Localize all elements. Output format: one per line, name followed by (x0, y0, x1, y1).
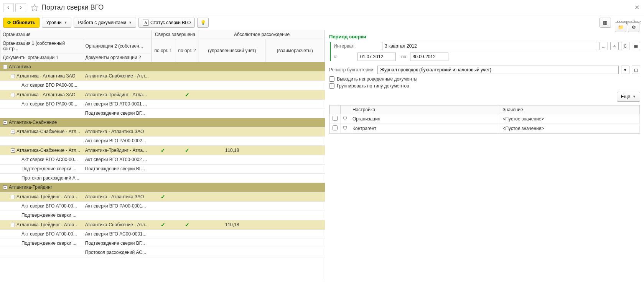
gear-folder-icon: 📁 (618, 25, 624, 30)
lightbulb-icon: 💡 (200, 20, 206, 25)
to-label: по: (401, 54, 408, 59)
row-checkbox[interactable] (333, 125, 338, 130)
period-section-title: Период сверки (329, 34, 640, 40)
status-button[interactable]: A Статус сверки ВГО (138, 18, 195, 28)
documents-label: Работа с документами (78, 20, 126, 25)
date-to-input[interactable] (410, 53, 448, 61)
settings-config-button[interactable]: ⚙ (628, 22, 639, 32)
interval-clear-button[interactable]: C (621, 42, 629, 50)
header-vzr[interactable]: (взаиморасчеты) (265, 39, 324, 62)
table-row[interactable]: Подтверждение сверки ... (0, 211, 325, 220)
expander-icon[interactable]: − (11, 130, 15, 134)
panel-icon: ▥ (603, 20, 607, 25)
more-button[interactable]: Еще ▼ (617, 92, 640, 102)
table-row[interactable]: Подтверждение сверки ...Подтверждение св… (0, 239, 325, 248)
nav-back-button[interactable] (3, 3, 14, 12)
unposted-checkbox[interactable] (329, 76, 334, 82)
register-dropdown-button[interactable]: ▾ (621, 66, 629, 74)
table-row[interactable]: Протокол расхождений АС... (0, 248, 325, 257)
hint-button[interactable]: 💡 (197, 18, 209, 28)
settings-row[interactable]: ⛉Организация<Пустое значение> (330, 114, 640, 124)
expander-icon[interactable]: − (11, 223, 15, 227)
register-open-button[interactable]: ▢ (632, 66, 640, 74)
chevron-down-icon: ▼ (632, 95, 636, 99)
table-row[interactable]: −Атлантика-Трейдинг - Атлант...Атлантика… (0, 220, 325, 229)
table-row[interactable]: −Атлантика-Трейдинг (0, 183, 325, 192)
panel-toggle-button[interactable]: ▥ (600, 18, 611, 28)
expander-icon[interactable]: − (11, 148, 15, 153)
date-from-input[interactable] (357, 53, 396, 61)
expander-icon[interactable]: − (3, 120, 7, 125)
table-row[interactable]: Акт сверки ВГО АС00-00...Акт сверки ВГО … (0, 155, 325, 164)
grid-body[interactable]: −Атлантика−Атлантика - Атлантика ЗАОАтла… (0, 62, 325, 280)
interval-input[interactable] (382, 42, 597, 50)
check-icon: ✓ (161, 222, 165, 228)
table-row[interactable]: −Атлантика-Снабжение - Атл...Атлантика-Т… (0, 145, 325, 155)
group-by-type-label: Группировать по типу документов (337, 83, 409, 89)
header-org[interactable]: Организация (0, 30, 152, 39)
header-docs-org2[interactable]: Документы организации 2 (83, 53, 151, 62)
expander-icon[interactable]: − (11, 93, 15, 97)
chevron-down-icon: ▼ (128, 21, 132, 25)
table-row[interactable]: Подтверждение сверки ВГ... (0, 109, 325, 118)
table-row[interactable]: −Атлантика-Трейдинг - Атлант...Атлантика… (0, 192, 325, 201)
header-reconc[interactable]: Сверка завершена (151, 30, 199, 39)
expander-icon[interactable]: − (11, 195, 15, 199)
check-icon: ✓ (185, 92, 189, 98)
expander-icon[interactable]: − (3, 65, 7, 69)
filter-icon: ⛉ (343, 126, 348, 131)
interval-calendar-button[interactable]: ▦ (632, 42, 640, 50)
svg-marker-0 (31, 4, 38, 11)
settings-row[interactable]: ⛉Контрагент<Пустое значение> (330, 124, 640, 133)
gear-icon: ⚙ (632, 25, 636, 30)
settings-gear-button[interactable]: 📁 (615, 22, 626, 32)
table-row[interactable]: −Атлантика (0, 62, 325, 71)
table-row[interactable]: −Атлантика - Атлантика ЗАОАтлантика-Трей… (0, 90, 325, 99)
table-row[interactable]: Акт сверки ВГО РА00-0002... (0, 136, 325, 145)
levels-button[interactable]: Уровни ▼ (42, 18, 71, 28)
from-label: с: (334, 54, 355, 59)
status-label: Статус сверки ВГО (150, 20, 191, 25)
table-row[interactable]: −Атлантика-Снабжение - Атл...Атлантика -… (0, 127, 325, 136)
register-input[interactable] (377, 66, 619, 74)
expander-icon[interactable]: − (11, 74, 15, 78)
settings-header-name[interactable]: Настройка (350, 105, 500, 114)
table-row[interactable]: Подтверждение сверки ...Подтверждение св… (0, 164, 325, 173)
chevron-down-icon: ▼ (64, 21, 67, 25)
settings-header-icon[interactable] (341, 105, 350, 114)
status-icon: A (143, 20, 149, 26)
favorite-star-icon[interactable] (31, 4, 38, 12)
header-org1[interactable]: Организация 1 (собственный контр... (0, 39, 83, 53)
table-row[interactable]: −Атлантика-Снабжение (0, 118, 325, 127)
table-row[interactable]: Акт сверки ВГО АТ00-00...Акт сверки ВГО … (0, 229, 325, 239)
header-org2[interactable]: Организация 2 (собствен... (83, 39, 151, 53)
filter-icon: ⛉ (343, 116, 348, 122)
settings-header-check[interactable] (330, 105, 341, 114)
table-row[interactable]: −Атлантика - Атлантика ЗАОАтлантика-Снаб… (0, 71, 325, 81)
nav-forward-button[interactable] (15, 3, 26, 12)
row-checkbox[interactable] (333, 116, 338, 121)
refresh-button[interactable]: ⟳ Обновить (3, 18, 40, 28)
interval-label: Интервал: (334, 43, 380, 49)
group-by-type-checkbox[interactable] (329, 83, 334, 89)
table-row[interactable]: Акт сверки ВГО АТ00-00...Акт сверки ВГО … (0, 201, 325, 211)
table-row[interactable]: Акт сверки ВГО РА00-00...Акт сверки ВГО … (0, 99, 325, 109)
settings-header-value[interactable]: Значение (500, 105, 640, 114)
check-icon: ✓ (185, 222, 189, 228)
header-docs-org1[interactable]: Документы организации 1 (0, 53, 83, 62)
header-upr[interactable]: (управленческий учет) (199, 39, 265, 62)
interval-spinner-button[interactable]: ÷ (610, 42, 619, 50)
header-by-org2[interactable]: по орг. 2 (175, 39, 199, 62)
unposted-label: Выводить непроведенные документы (337, 76, 417, 82)
page-title: Портал сверки ВГО (41, 3, 104, 12)
grid-header: Организация Сверка завершена Абсолютное … (0, 30, 325, 62)
header-by-org1[interactable]: по орг. 1 (151, 39, 175, 62)
close-icon[interactable]: ✕ (633, 2, 641, 13)
expander-icon[interactable]: − (3, 185, 7, 189)
table-row[interactable]: Акт сверки ВГО РА00-00... (0, 81, 325, 90)
header-abs-diff[interactable]: Абсолютное расхождение (199, 30, 325, 39)
documents-button[interactable]: Работа с документами ▼ (74, 18, 136, 28)
check-icon: ✓ (161, 194, 165, 200)
interval-more-button[interactable]: ... (600, 42, 608, 50)
table-row[interactable]: Протокол расхождений А... (0, 173, 325, 183)
